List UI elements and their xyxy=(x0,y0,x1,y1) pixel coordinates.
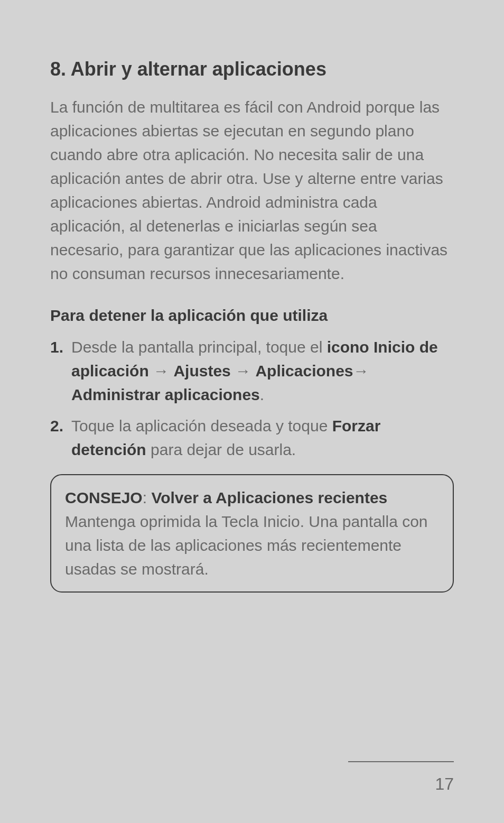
step-bold: Administrar aplicaciones xyxy=(71,386,260,403)
intro-paragraph: La función de multitarea es fácil con An… xyxy=(50,95,454,285)
page-number: 17 xyxy=(435,774,454,794)
list-item: 1. Desde la pantalla principal, toque el… xyxy=(50,335,454,406)
step-arrow: → xyxy=(231,362,256,380)
steps-list: 1. Desde la pantalla principal, toque el… xyxy=(50,335,454,461)
step-text: Toque la aplicación deseada y toque xyxy=(71,417,332,434)
tip-label: CONSEJO xyxy=(65,489,143,506)
step-bold: Ajustes xyxy=(173,362,230,380)
step-text: . xyxy=(260,386,264,403)
tip-box: CONSEJO: Volver a Aplicaciones recientes… xyxy=(50,474,454,593)
step-text: para dejar de usarla. xyxy=(146,441,296,458)
subheading: Para detener la aplicación que utiliza xyxy=(50,307,454,325)
tip-title: Volver a Aplicaciones recientes xyxy=(151,489,387,506)
step-bold: Aplicaciones xyxy=(255,362,353,380)
tip-colon: : xyxy=(143,489,152,506)
tip-body: Mantenga oprimida la Tecla Inicio. Una p… xyxy=(65,513,428,578)
step-arrow: → xyxy=(353,362,369,380)
page-divider xyxy=(348,761,454,762)
list-item: 2. Toque la aplicación deseada y toque F… xyxy=(50,414,454,461)
step-text: Desde la pantalla principal, toque el xyxy=(71,338,327,356)
step-arrow: → xyxy=(149,362,174,380)
list-number: 1. xyxy=(50,335,63,359)
list-number: 2. xyxy=(50,414,63,438)
section-heading: 8. Abrir y alternar aplicaciones xyxy=(50,58,454,80)
